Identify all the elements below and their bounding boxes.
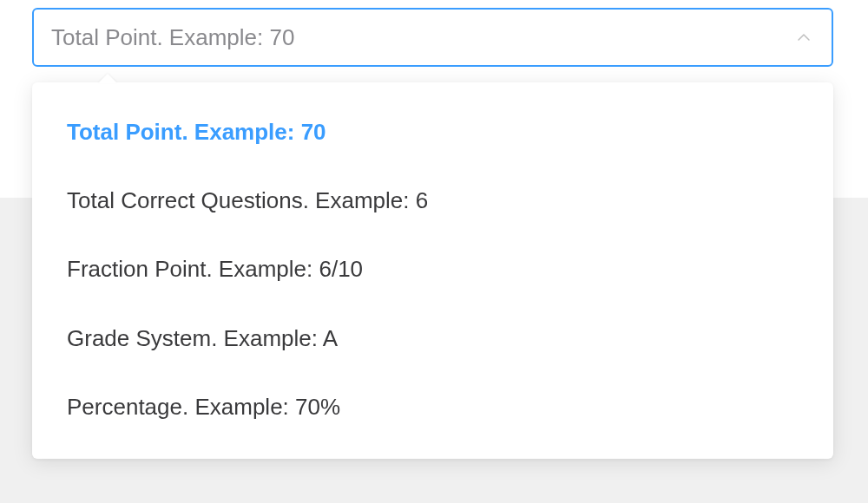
grading-type-select[interactable]: Total Point. Example: 70: [32, 8, 833, 67]
option-label: Total Point. Example: 70: [67, 119, 326, 145]
select-dropdown: Total Point. Example: 70 Total Correct Q…: [32, 82, 833, 459]
select-value: Total Point. Example: 70: [51, 24, 793, 51]
option-grade-system[interactable]: Grade System. Example: A: [32, 304, 833, 373]
option-total-point[interactable]: Total Point. Example: 70: [32, 107, 833, 167]
option-label: Total Correct Questions. Example: 6: [67, 187, 428, 213]
chevron-up-icon: [793, 27, 814, 48]
select-container: Total Point. Example: 70 Total Point. Ex…: [32, 8, 833, 67]
option-percentage[interactable]: Percentage. Example: 70%: [32, 373, 833, 433]
option-fraction-point[interactable]: Fraction Point. Example: 6/10: [32, 235, 833, 304]
option-label: Percentage. Example: 70%: [67, 394, 340, 420]
option-label: Grade System. Example: A: [67, 325, 338, 351]
option-label: Fraction Point. Example: 6/10: [67, 256, 363, 282]
option-total-correct-questions[interactable]: Total Correct Questions. Example: 6: [32, 167, 833, 235]
